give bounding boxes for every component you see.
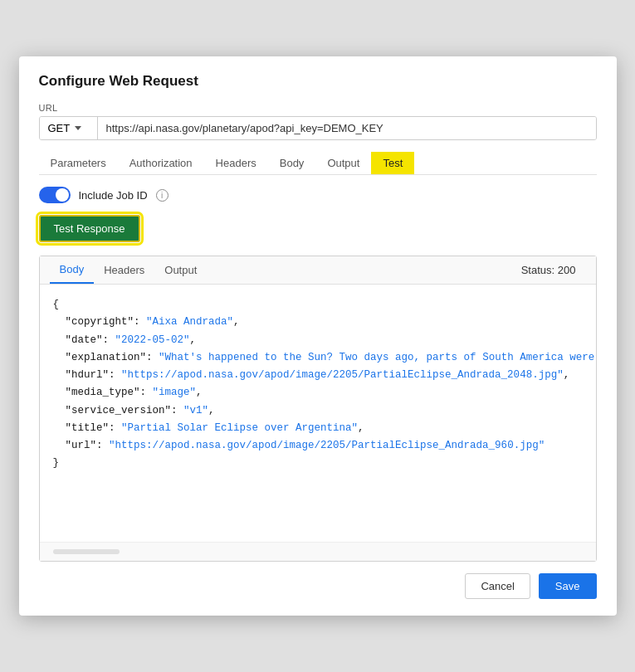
json-key-media-type: "media_type" (66, 387, 140, 398)
json-key-title: "title" (66, 422, 110, 434)
toggle-knob (56, 188, 69, 202)
chevron-down-icon (75, 126, 81, 130)
url-label: URL (39, 103, 597, 113)
include-job-row: Include Job ID i (39, 187, 597, 203)
horizontal-scrollbar[interactable] (53, 549, 120, 554)
tab-headers[interactable]: Headers (204, 152, 268, 174)
tabs-bar: Parameters Authorization Headers Body Ou… (39, 152, 597, 175)
response-tab-body[interactable]: Body (50, 256, 95, 284)
tab-parameters[interactable]: Parameters (39, 152, 118, 174)
status-code: 200 (558, 264, 576, 276)
scrollbar-area (40, 542, 596, 561)
json-key-url: "url" (66, 440, 97, 451)
test-response-button[interactable]: Test Response (39, 215, 140, 242)
json-key-date: "date" (66, 334, 103, 346)
dialog-footer: Cancel Save (39, 573, 597, 599)
response-body: { "copyright": "Aixa Andrada", "date": "… (40, 285, 596, 542)
response-tab-output[interactable]: Output (154, 257, 207, 283)
json-key-service-version: "service_version" (66, 405, 172, 416)
json-val-url: "https://apod.nasa.gov/apod/image/2205/P… (109, 440, 545, 451)
include-job-label: Include Job ID (79, 189, 148, 202)
configure-web-request-dialog: Configure Web Request URL GET Parameters… (19, 56, 617, 616)
json-val-copyright: "Aixa Andrada" (146, 316, 233, 328)
json-val-explanation: "What's happened to the Sun? Two days ag… (159, 352, 595, 363)
tab-body[interactable]: Body (268, 152, 316, 174)
tab-test[interactable]: Test (371, 152, 414, 174)
dialog-title: Configure Web Request (39, 73, 597, 90)
json-val-media-type: "image" (153, 387, 197, 398)
response-panel: Body Headers Output Status: 200 { "copyr… (39, 256, 597, 562)
url-input[interactable] (98, 117, 596, 139)
json-key-explanation: "explanation" (66, 352, 147, 363)
save-button[interactable]: Save (539, 573, 597, 599)
url-row: GET (39, 116, 597, 140)
tab-output[interactable]: Output (315, 152, 371, 174)
json-val-title: "Partial Solar Eclipse over Argentina" (121, 422, 358, 434)
response-tabs-bar: Body Headers Output Status: 200 (40, 256, 596, 285)
json-key-copyright: "copyright" (66, 316, 134, 328)
method-value: GET (48, 122, 71, 134)
cancel-button[interactable]: Cancel (465, 573, 530, 599)
tab-authorization[interactable]: Authorization (118, 152, 204, 174)
json-val-service-version: "v1" (183, 405, 208, 416)
info-icon[interactable]: i (156, 189, 169, 202)
method-select[interactable]: GET (40, 117, 98, 139)
json-val-date: "2022-05-02" (115, 334, 190, 346)
response-tab-headers[interactable]: Headers (94, 257, 154, 283)
status-label: Status: (521, 264, 554, 276)
json-key-hdurl: "hdurl" (66, 369, 110, 381)
json-val-hdurl: "https://apod.nasa.gov/apod/image/2205/P… (121, 369, 564, 381)
response-status: Status: 200 (511, 257, 586, 283)
include-job-toggle[interactable] (39, 187, 71, 203)
